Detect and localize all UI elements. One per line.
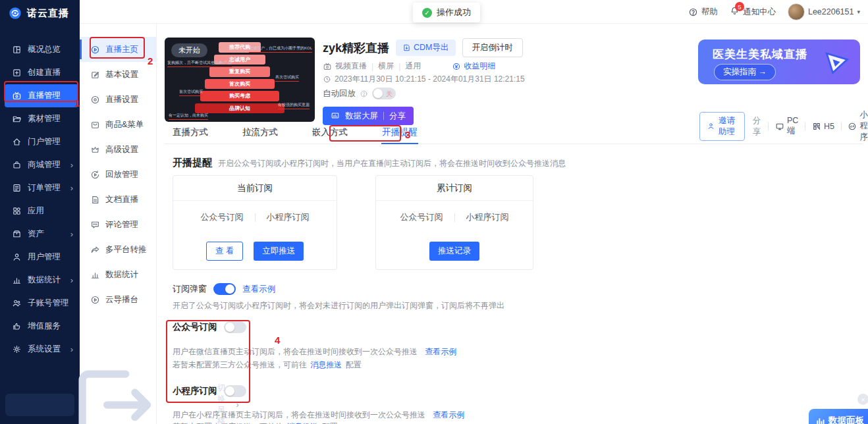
sidebar-item-label: 用户管理 — [28, 252, 61, 263]
sidebar-item-subaccounts[interactable]: 子账号管理 — [0, 292, 80, 315]
switch-style-label: 切换风格 — [217, 383, 226, 424]
sidebar-item-orders[interactable]: 订单管理› — [0, 176, 80, 199]
sidebar-item-assets[interactable]: 资产› — [0, 223, 80, 246]
submenu-item-multi-push[interactable]: 多平台转推 — [80, 237, 156, 262]
sidebar-item-label: 素材管理 — [28, 113, 61, 124]
pyramid-note: 有较强的购买意愿 — [278, 102, 310, 109]
data-screen-share-button[interactable]: 数据大屏 分享 — [323, 107, 414, 125]
pyramid-level: 首次购买 — [205, 79, 275, 90]
revenue-detail-link[interactable]: 收益明细 — [452, 61, 495, 72]
toggle-knob — [373, 89, 383, 98]
banner-cta-button[interactable]: 实操指南 → — [714, 64, 776, 80]
tab-live-mode[interactable]: 直播方式 — [173, 126, 208, 144]
view-example-link[interactable]: 查看示例 — [425, 347, 456, 356]
submenu-item-cloud-studio[interactable]: 云导播台 — [80, 287, 156, 312]
sidebar-item-users[interactable]: 用户管理 — [0, 246, 80, 269]
notification-center-button[interactable]: 5 通知中心 — [730, 6, 776, 18]
sidebar-item-value-services[interactable]: 增值服务 — [0, 315, 80, 338]
submenu-item-basic-settings[interactable]: 基本设置 — [80, 62, 156, 87]
status-badge: 未开始 — [171, 43, 207, 57]
submenu-item-label: 评论管理 — [105, 219, 138, 230]
stream-time: 2023年11月30日 10:21:15 - 2024年01月31日 12:21… — [335, 74, 525, 85]
tab-embed-mode[interactable]: 嵌入方式 — [312, 126, 348, 144]
mini-subscription-toggle[interactable] — [224, 385, 246, 397]
help-button[interactable]: 帮助 — [688, 7, 718, 18]
mp-subscription-toggle[interactable] — [224, 321, 246, 333]
banner-title: 医美生美私域直播 — [713, 47, 807, 62]
close-icon[interactable]: × — [857, 394, 868, 405]
submenu-item-label: 文档直播 — [105, 194, 138, 205]
view-example-link[interactable]: 查看示例 — [242, 284, 275, 295]
coin-icon — [452, 62, 461, 71]
sidebar-item-label: 创建直播 — [28, 67, 61, 78]
push-record-button[interactable]: 推送记录 — [429, 242, 479, 261]
sidebar-item-material[interactable]: 素材管理 — [0, 107, 80, 130]
sidebar-item-label: 系统设置 — [28, 344, 61, 355]
banner-logo-icon — [822, 47, 851, 76]
mp-desc: 用户在微信直播页主动订阅后，将会在推送时间接收到一次公众号推送 查看示例 — [173, 346, 456, 358]
brand-name: 诺云直播 — [27, 7, 69, 20]
sidebar-item-apps[interactable]: 应用 — [0, 199, 80, 223]
check-circle-icon: ✓ — [422, 8, 432, 18]
toggle-knob — [225, 323, 234, 332]
sidebar-item-live-management[interactable]: 直播管理 — [5, 84, 78, 107]
avatar[interactable] — [788, 3, 805, 20]
submenu-item-replay[interactable]: 回放管理 — [80, 162, 156, 187]
sidebar-item-overview[interactable]: 概况总览 — [0, 38, 80, 61]
submenu-item-doc-live[interactable]: 文档直播 — [80, 187, 156, 212]
tab-bar: 直播方式 拉流方式 嵌入方式 开播提醒 — [165, 126, 863, 144]
pyramid-note: 忠诚用户，自已成为小圈子里的KOL — [249, 45, 312, 53]
message-push-config-link[interactable]: 消息推送 — [310, 360, 342, 369]
brand: 诺云直播 — [0, 0, 80, 26]
sidebar-item-label: 资产 — [28, 228, 44, 240]
sidebar-item-label: 直播管理 — [28, 90, 61, 101]
submenu-item-live-settings[interactable]: 直播设置 — [80, 87, 156, 112]
question-circle-icon — [360, 90, 368, 98]
submenu-item-comments[interactable]: 评论管理 — [80, 212, 156, 237]
auto-replay-toggle[interactable]: 关 — [372, 88, 396, 99]
toggle-off-text: 关 — [386, 90, 393, 99]
submenu-item-advanced-settings[interactable]: 高级设置 — [80, 137, 156, 162]
view-example-link[interactable]: 查看示例 — [433, 410, 464, 419]
apps-icon — [12, 206, 22, 216]
bar-chart-icon — [90, 270, 100, 280]
tab-start-reminder[interactable]: 开播提醒 — [382, 126, 418, 144]
success-toast: ✓ 操作成功 — [413, 3, 480, 22]
view-button[interactable]: 查 看 — [206, 242, 243, 261]
sidebar-item-label: 商城管理 — [28, 159, 61, 171]
home-icon — [12, 137, 22, 147]
folder-icon — [12, 114, 22, 124]
cdm-export-button[interactable]: CDM导出 — [396, 40, 455, 56]
sidebar-item-label: 子账号管理 — [28, 298, 69, 309]
thumbs-up-icon — [12, 321, 22, 331]
promo-banner[interactable]: 医美生美私域直播 实操指南 → — [698, 40, 860, 84]
submenu-item-goods-menu[interactable]: 商品&菜单 — [80, 112, 156, 137]
push-now-button[interactable]: 立即推送 — [254, 242, 304, 261]
sidebar-item-statistics[interactable]: 数据统计› — [0, 269, 80, 292]
submenu-item-statistics[interactable]: 数据统计 — [80, 262, 156, 287]
tv-icon — [323, 62, 332, 71]
data-panel-button[interactable]: 数据面板 — [809, 409, 868, 424]
sidebar-item-mall[interactable]: 商城管理› — [0, 153, 80, 176]
sidebar-item-portal[interactable]: 门户管理 — [0, 130, 80, 153]
user-menu[interactable]: Lee2206151 ▾ — [788, 3, 860, 20]
plus-square-icon — [12, 68, 22, 78]
target-icon — [90, 95, 100, 105]
tab-pull-mode[interactable]: 拉流方式 — [242, 126, 278, 144]
card-title: 累计订阅 — [376, 176, 533, 201]
play-circle-icon — [90, 45, 100, 55]
start-countdown-button[interactable]: 开启倒计时 — [462, 38, 524, 57]
notification-label: 通知中心 — [743, 7, 776, 18]
sidebar: 诺云直播 概况总览 创建直播 直播管理 素材管理 门户管理 商城管理› 订单管理… — [0, 0, 80, 424]
section-desc: 开启公众号订阅或小程序订阅时，当用户在直播间主动订阅后，将会在推送时间收到公众号… — [218, 158, 566, 169]
cloud-studio-icon — [90, 295, 100, 305]
switch-style-button[interactable]: 切换风格 › — [5, 394, 74, 416]
username: Lee2206151 — [808, 7, 854, 16]
submenu-item-label: 商品&菜单 — [105, 119, 144, 130]
sidebar-item-create-live[interactable]: 创建直播 — [0, 61, 80, 84]
toggle-knob — [225, 386, 234, 396]
submenu-item-live-home[interactable]: 直播主页 — [80, 37, 156, 62]
subscription-popup-toggle[interactable] — [213, 283, 236, 295]
bell-wrap: 5 — [730, 6, 740, 18]
order-list-icon — [12, 183, 22, 193]
